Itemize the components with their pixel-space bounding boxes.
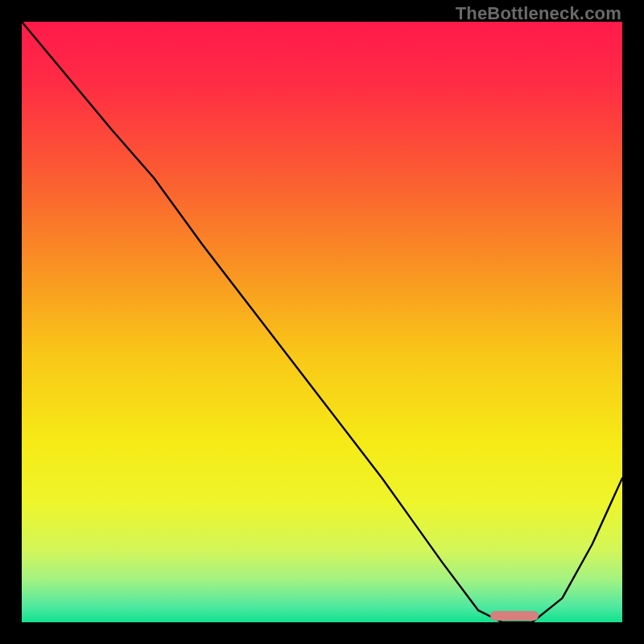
chart-container: TheBottleneck.com: [0, 0, 644, 644]
optimal-range-marker: [490, 611, 539, 621]
bottleneck-curve: [22, 22, 622, 622]
watermark-text: TheBottleneck.com: [456, 3, 621, 24]
plot-area: [22, 22, 622, 622]
